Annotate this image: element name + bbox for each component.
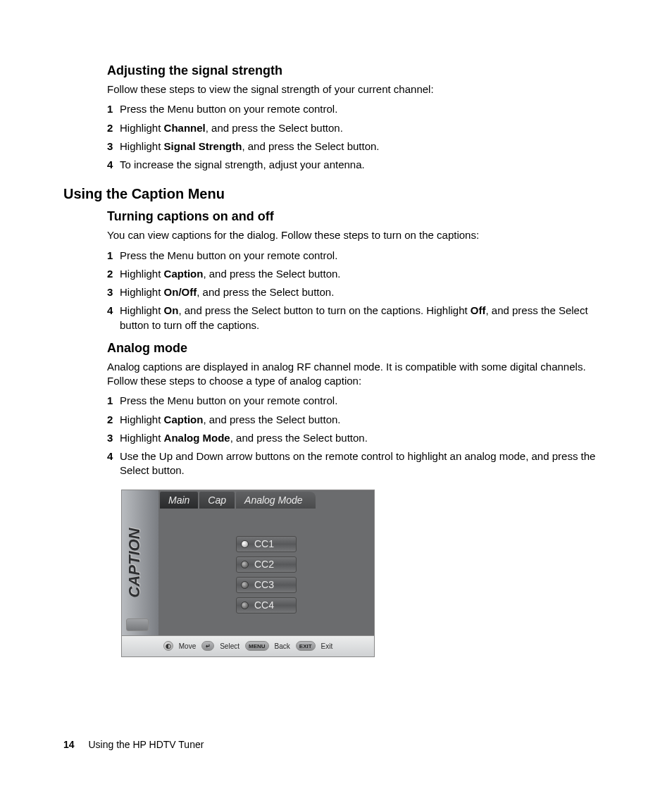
osd-option-cc2[interactable]: CC2 (236, 556, 297, 573)
intro-signal-strength: Follow these steps to view the signal st… (107, 82, 609, 96)
osd-tab-cap[interactable]: Cap (199, 492, 235, 509)
section-analog-mode: Analog mode Analog captions are displaye… (63, 341, 609, 657)
step-item: 4Use the Up and Down arrow buttons on th… (107, 449, 609, 478)
osd-option-label: CC1 (254, 538, 274, 549)
radio-icon (241, 561, 249, 568)
osd-sidebar-label: CAPTION (125, 528, 156, 597)
footer-move-label: Move (179, 642, 196, 650)
osd-tabs: Main Cap Analog Mode (158, 490, 374, 510)
osd-main: Main Cap Analog Mode CC1 CC2 (158, 490, 374, 635)
section-captions-onoff: Turning captions on and off You can view… (63, 209, 609, 332)
page-footer: 14 Using the HP HDTV Tuner (63, 739, 204, 750)
step-item: 4To increase the signal strength, adjust… (107, 158, 609, 172)
section-signal-strength: Adjusting the signal strength Follow the… (63, 63, 609, 172)
hp-logo-icon (126, 618, 149, 631)
intro-captions-onoff: You can view captions for the dialog. Fo… (107, 228, 609, 242)
step-item: 2Highlight Channel, and press the Select… (107, 121, 609, 135)
steps-signal-strength: 1Press the Menu button on your remote co… (107, 102, 609, 172)
exit-button-icon: EXIT (296, 641, 316, 651)
osd-option-cc4[interactable]: CC4 (236, 597, 297, 614)
page-title: Using the HP HDTV Tuner (88, 739, 204, 750)
step-item: 3Highlight Signal Strength, and press th… (107, 139, 609, 154)
footer-select-label: Select (220, 642, 239, 650)
heading-captions-onoff: Turning captions on and off (107, 209, 609, 224)
osd-option-cc1[interactable]: CC1 (236, 536, 297, 552)
step-item: 2Highlight Caption, and press the Select… (107, 267, 609, 281)
osd-option-label: CC4 (254, 599, 274, 611)
footer-back-label: Back (275, 642, 290, 650)
radio-icon (241, 540, 249, 548)
menu-button-icon: MENU (245, 641, 269, 651)
osd-option-label: CC2 (254, 559, 274, 570)
step-item: 3Highlight On/Off, and press the Select … (107, 285, 609, 299)
step-item: 1Press the Menu button on your remote co… (107, 249, 609, 263)
step-item: 1Press the Menu button on your remote co… (107, 102, 609, 116)
steps-captions-onoff: 1Press the Menu button on your remote co… (107, 249, 609, 332)
osd-option-list: CC1 CC2 CC3 CC4 (158, 510, 374, 635)
footer-exit-label: Exit (321, 642, 333, 650)
heading-caption-menu: Using the Caption Menu (63, 186, 609, 202)
step-item: 3Highlight Analog Mode, and press the Se… (107, 431, 609, 445)
step-item: 4Highlight On, and press the Select butt… (107, 304, 609, 332)
intro-analog-mode: Analog captions are displayed in analog … (107, 360, 609, 389)
enter-icon: ↵ (201, 641, 214, 651)
osd-option-label: CC3 (254, 579, 274, 590)
heading-analog-mode: Analog mode (107, 341, 609, 356)
osd-option-cc3[interactable]: CC3 (236, 577, 297, 593)
radio-icon (241, 581, 249, 589)
step-item: 1Press the Menu button on your remote co… (107, 394, 609, 408)
radio-icon (241, 602, 249, 609)
osd-tab-main[interactable]: Main (160, 492, 198, 509)
dpad-icon: ◐ (163, 641, 173, 651)
steps-analog-mode: 1Press the Menu button on your remote co… (107, 394, 609, 478)
osd-body: CAPTION Main Cap Analog Mode CC1 (122, 490, 374, 635)
osd-footer: ◐ Move ↵ Select MENU Back EXIT Exit (122, 635, 374, 656)
osd-tab-analog-mode[interactable]: Analog Mode (236, 492, 316, 509)
heading-signal-strength: Adjusting the signal strength (107, 63, 609, 78)
figure-osd-analog-mode: CAPTION Main Cap Analog Mode CC1 (121, 490, 375, 657)
osd-panel: CAPTION Main Cap Analog Mode CC1 (121, 490, 375, 657)
osd-sidebar: CAPTION (122, 490, 158, 635)
step-item: 2Highlight Caption, and press the Select… (107, 413, 609, 427)
page-number: 14 (63, 739, 75, 750)
